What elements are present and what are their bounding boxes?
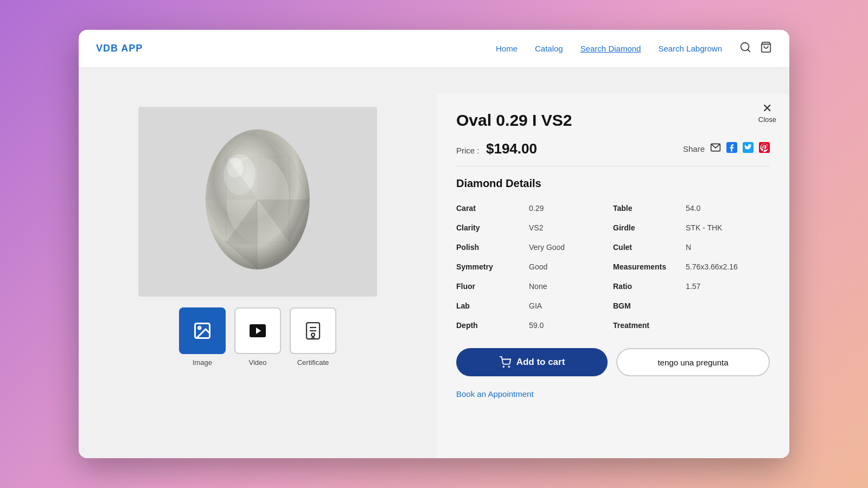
detail-key: Depth (456, 321, 516, 330)
close-x-icon: ✕ (762, 102, 772, 114)
video-icon-box (234, 307, 281, 354)
detail-val: 54.0 (686, 204, 700, 213)
media-tab-image[interactable]: Image (179, 307, 226, 367)
detail-key: Treatment (613, 321, 673, 330)
media-tab-video[interactable]: Video (234, 307, 281, 367)
certificate-icon-box (290, 307, 336, 354)
detail-val: 59.0 (529, 321, 544, 330)
add-to-cart-button[interactable]: Add to cart (456, 348, 608, 376)
detail-val: None (529, 282, 547, 291)
detail-key: Lab (456, 301, 516, 310)
svg-point-34 (503, 366, 504, 367)
diamond-title: Oval 0.29 I VS2 (456, 111, 770, 130)
detail-key: Table (613, 204, 673, 213)
detail-cell-right: Measurements5.76x3.66x2.16 (613, 257, 770, 277)
detail-cell-right: BGM (613, 296, 770, 316)
detail-cell-left: Depth59.0 (456, 316, 613, 335)
details-title: Diamond Details (456, 177, 770, 190)
question-button[interactable]: tengo una pregunta (616, 348, 770, 376)
video-tab-label: Video (248, 358, 266, 367)
detail-val: 5.76x3.66x2.16 (686, 262, 738, 271)
share-pinterest-icon[interactable] (759, 142, 770, 156)
svg-point-27 (311, 333, 315, 337)
detail-key: Measurements (613, 262, 673, 271)
share-twitter-icon[interactable] (743, 142, 754, 156)
detail-key: Culet (613, 243, 673, 252)
close-label: Close (758, 115, 776, 124)
certificate-tab-label: Certificate (297, 358, 329, 367)
appointment-link[interactable]: Book an Appointment (456, 389, 534, 399)
nav-search-labgrown[interactable]: Search Labgrown (658, 44, 722, 53)
price-label: Price : (456, 146, 480, 155)
media-buttons: Image Video (179, 307, 336, 367)
action-buttons: Add to cart tengo una pregunta (456, 348, 770, 376)
add-to-cart-label: Add to cart (516, 357, 565, 368)
price-value: $194.00 (486, 140, 537, 157)
detail-key: Symmetry (456, 262, 516, 271)
diamond-image-container (138, 107, 377, 297)
detail-cell-right: Treatment (613, 316, 770, 335)
share-label: Share (683, 144, 705, 153)
detail-val: 1.57 (686, 282, 700, 291)
details-grid: Carat0.29Table54.0ClarityVS2GirdleSTK - … (456, 198, 770, 335)
nav: Home Catalog Search Diamond Search Labgr… (496, 44, 722, 53)
detail-cell-right: Table54.0 (613, 198, 770, 218)
detail-cell-right: Ratio1.57 (613, 277, 770, 296)
detail-cell-right: GirdleSTK - THK (613, 218, 770, 237)
detail-key: Clarity (456, 223, 516, 232)
image-icon-box (179, 307, 226, 354)
detail-cell-left: ClarityVS2 (456, 218, 613, 237)
diamond-image-svg (176, 120, 339, 283)
cart-icon[interactable] (760, 41, 772, 56)
header: VDB APP Home Catalog Search Diamond Sear… (79, 30, 789, 68)
detail-cell-left: SymmetryGood (456, 257, 613, 277)
detail-cell-left: PolishVery Good (456, 237, 613, 257)
price-share-row: Price : $194.00 Share (456, 140, 770, 166)
cart-icon-btn (499, 356, 511, 368)
header-icons (739, 41, 772, 56)
detail-val: STK - THK (686, 223, 722, 232)
detail-cell-left: FluorNone (456, 277, 613, 296)
sub-header (79, 68, 789, 94)
share-facebook-icon[interactable] (726, 142, 737, 156)
svg-point-21 (199, 327, 201, 330)
detail-cell-right: CuletN (613, 237, 770, 257)
detail-key: Fluor (456, 282, 516, 291)
detail-cell-left: LabGIA (456, 296, 613, 316)
share-email-icon[interactable] (710, 142, 721, 156)
detail-key: Ratio (613, 282, 673, 291)
detail-cell-left: Carat0.29 (456, 198, 613, 218)
detail-val: Good (529, 262, 547, 271)
main-content: Image Video (79, 94, 789, 458)
media-tab-certificate[interactable]: Certificate (290, 307, 336, 367)
left-panel: Image Video (79, 94, 437, 458)
detail-val: GIA (529, 301, 542, 310)
browser-window: VDB APP Home Catalog Search Diamond Sear… (79, 30, 789, 458)
close-button[interactable]: ✕ Close (758, 102, 776, 124)
image-tab-label: Image (193, 358, 212, 367)
detail-key: BGM (613, 301, 673, 310)
svg-line-1 (748, 49, 750, 52)
question-label: tengo una pregunta (658, 358, 728, 367)
detail-val: N (686, 243, 691, 252)
detail-val: Very Good (529, 243, 565, 252)
nav-search-diamond[interactable]: Search Diamond (580, 44, 641, 53)
detail-key: Carat (456, 204, 516, 213)
price-area: Price : $194.00 (456, 140, 537, 157)
app-logo: VDB APP (96, 43, 143, 54)
detail-key: Girdle (613, 223, 673, 232)
right-panel: ✕ Close Oval 0.29 I VS2 Price : $194.00 … (437, 94, 789, 458)
nav-home[interactable]: Home (496, 44, 518, 53)
detail-val: 0.29 (529, 204, 544, 213)
svg-point-35 (508, 366, 509, 367)
search-icon[interactable] (739, 41, 751, 56)
detail-key: Polish (456, 243, 516, 252)
share-area: Share (683, 142, 770, 156)
detail-val: VS2 (529, 223, 543, 232)
nav-catalog[interactable]: Catalog (535, 44, 563, 53)
